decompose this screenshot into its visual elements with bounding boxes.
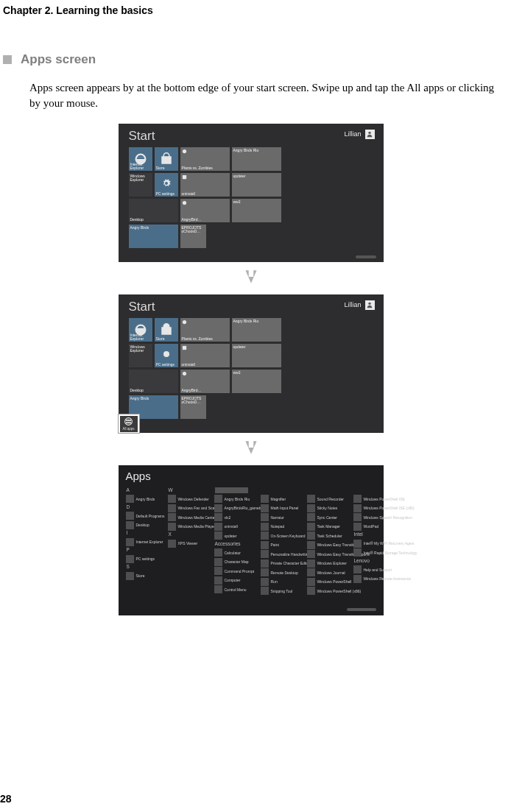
app-item[interactable]: Windows Explorer [307, 559, 350, 568]
tile-updater[interactable]: updater [232, 344, 281, 367]
app-item[interactable]: Angry Birds [126, 495, 164, 503]
app-item[interactable]: Paint [261, 541, 303, 549]
app-item[interactable]: Calculator [214, 548, 257, 557]
app-item[interactable]: Character Map [214, 558, 257, 566]
app-item[interactable]: Math Input Panel [261, 504, 303, 512]
app-icon [307, 504, 315, 512]
app-item[interactable]: Magnifier [261, 495, 303, 503]
app-item[interactable]: Windows PowerShell [307, 578, 350, 586]
app-item[interactable]: Intel® My WiFi Recovery Agent [353, 540, 395, 548]
apps-col-1: A Angry Birds D Default Programs Desktop… [126, 487, 164, 596]
app-label: PC settings [136, 557, 155, 561]
app-item[interactable]: Internet Explorer [126, 538, 164, 546]
app-item[interactable]: AngryBirdsRio_gamebar [214, 504, 257, 512]
user-account[interactable]: Lillian [344, 300, 374, 310]
app-item[interactable]: Windows Journal [307, 568, 350, 576]
app-item[interactable]: Sync Center [307, 513, 350, 521]
app-item[interactable]: PC settings [126, 555, 164, 563]
tile-uninstall[interactable]: uninstall [180, 344, 230, 367]
app-item[interactable]: Angry Birds Rio [214, 495, 257, 503]
app-item[interactable]: Sound Recorder [307, 495, 350, 503]
all-apps-icon [124, 417, 133, 426]
h-scrollbar[interactable] [356, 255, 376, 258]
tile-angry-birds-rio[interactable]: Angry Birds Rio [232, 318, 281, 342]
all-apps-label: All apps [122, 427, 134, 431]
app-label: Windows Remote Assistance [364, 576, 411, 581]
app-item[interactable]: Store [126, 572, 164, 580]
tile-plants-vs-zombies[interactable]: Plants vs. Zombies [180, 147, 230, 171]
tile-desktop[interactable]: Desktop [129, 199, 178, 222]
app-label: Help and Support [364, 568, 392, 572]
tile-label: updater [233, 174, 280, 178]
h-scrollbar[interactable] [347, 608, 376, 611]
app-item[interactable]: Notepad [261, 523, 303, 531]
app-item[interactable]: Windows Easy Transfer [307, 541, 350, 549]
app-icon [353, 504, 362, 512]
app-item[interactable]: Windows Fax and Scan [168, 504, 211, 512]
tile-eprojots[interactable]: EPROJOTS oChoósD… [180, 395, 206, 419]
tile-eprojots[interactable]: EPROJOTS oChoósD… [180, 225, 206, 248]
tile-label: Plants vs. Zombies [182, 166, 228, 170]
tile-ww2[interactable]: ww2 [232, 199, 281, 222]
app-item[interactable]: updater [214, 532, 257, 540]
app-item[interactable]: uninstall [214, 523, 257, 531]
app-item[interactable]: Windows Remote Assistance [353, 575, 395, 583]
app-icon [261, 568, 269, 576]
tile-angry-birds-rio[interactable]: Angry Birds Rio [232, 147, 281, 171]
letter-header: I [127, 530, 164, 536]
app-item[interactable]: Private Character Editor [261, 559, 303, 568]
app-item[interactable]: Default Programs [126, 512, 164, 520]
tile-updater[interactable]: updater [232, 173, 281, 197]
app-item[interactable]: Computer [214, 576, 257, 585]
tile-pc-settings[interactable]: PC settings [155, 173, 178, 197]
user-account[interactable]: Lillian [344, 130, 374, 139]
app-item[interactable]: Personalize Handwriting… [261, 550, 303, 558]
app-item[interactable]: Help and Support [353, 565, 395, 573]
app-item[interactable]: Task Manager [307, 523, 350, 531]
app-item[interactable]: Remote Desktop [261, 568, 303, 576]
app-item[interactable]: Windows PowerShell ISE (x86) [353, 504, 395, 512]
app-item[interactable]: Run [261, 578, 303, 586]
app-item[interactable]: Windows Easy Transfer Reports [307, 550, 350, 558]
app-item[interactable]: Windows PowerShell (x86) [307, 587, 350, 595]
user-name: Lillian [344, 130, 361, 138]
app-item[interactable]: Task Scheduler [307, 532, 350, 540]
app-item[interactable]: vlc2 [214, 513, 257, 521]
app-item[interactable]: WordPad [353, 523, 395, 531]
app-item[interactable]: Windows Defender [168, 495, 211, 503]
tile-internet-explorer[interactable]: Internet Explorer [129, 318, 152, 342]
app-item[interactable]: Sticky Notes [307, 504, 350, 512]
tile-internet-explorer[interactable]: Internet Explorer [129, 147, 152, 171]
tile-plants-vs-zombies[interactable]: Plants vs. Zombies [180, 318, 230, 342]
tile-label: Angry Birds [130, 226, 177, 230]
app-item[interactable]: Desktop [126, 521, 164, 529]
app-label: Magnifier [271, 497, 286, 501]
app-item[interactable]: Intel® Rapid Storage Technology [353, 548, 395, 557]
tile-store[interactable]: Store [155, 318, 178, 342]
tile-label: Angry Birds Rio [233, 319, 280, 323]
app-item[interactable]: Windows Media Player [168, 523, 211, 531]
tile-uninstall[interactable]: uninstall [180, 173, 230, 197]
tile-angry-birds[interactable]: Angry Birds [129, 225, 178, 248]
app-item[interactable]: Narrator [261, 513, 303, 521]
tile-ww2[interactable]: ww2 [232, 370, 281, 393]
app-item[interactable]: XPS Viewer [168, 540, 211, 548]
app-item[interactable]: Windows PowerShell ISE [353, 495, 395, 503]
tile-windows-explorer[interactable]: Windows Explorer [129, 344, 152, 367]
tile-pc-settings[interactable]: PC settings [155, 344, 178, 367]
tile-angrybird[interactable]: AngryBird… [180, 370, 230, 393]
all-apps-button[interactable]: All apps [120, 416, 138, 432]
app-item[interactable]: Snipping Tool [261, 587, 303, 595]
tile-store[interactable]: Store [155, 147, 178, 171]
app-item[interactable]: Control Menu [214, 585, 257, 593]
app-item[interactable]: Windows Media Center [168, 513, 211, 521]
app-item[interactable]: On-Screen Keyboard [261, 532, 303, 540]
tile-windows-explorer[interactable]: Windows Explorer [129, 173, 152, 197]
tile-label: Windows Explorer [130, 174, 151, 182]
app-label: Internet Explorer [136, 540, 163, 544]
tile-angrybird[interactable]: AngryBird… [180, 199, 230, 222]
app-item[interactable]: Windows Speech Recognition [353, 513, 395, 521]
app-item[interactable]: Command Prompt [214, 567, 257, 575]
app-label: Windows Easy Transfer [317, 543, 356, 547]
tile-desktop[interactable]: Desktop [129, 370, 178, 393]
